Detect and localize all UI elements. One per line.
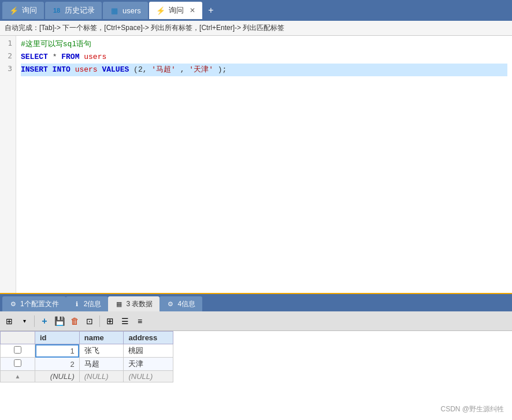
table-view-btn[interactable]: ⊞ [103, 314, 117, 328]
table-users: users [84, 53, 106, 61]
tab-users-label: users [123, 6, 141, 15]
row1-address[interactable]: 桃园 [124, 344, 173, 358]
tab-users-icon: ▦ [110, 6, 119, 15]
table-row-null[interactable]: ▲ (NULL) (NULL) (NULL) [1, 371, 173, 382]
tab-query2-icon: ⚡ [156, 6, 165, 15]
config-icon: ⚙ [9, 300, 17, 308]
row3-id[interactable]: (NULL) [35, 371, 80, 382]
kw-values: VALUES [102, 65, 129, 74]
code-line-3: INSERT INTO users VALUES (2, '马超' , '天津'… [21, 64, 507, 76]
insert-table: users [75, 65, 98, 74]
tab-history-label: 历史记录 [65, 5, 95, 16]
row-view-btn[interactable]: ☰ [118, 314, 132, 328]
line-num-1: 1 [0, 37, 12, 50]
save-btn[interactable]: 💾 [53, 314, 66, 328]
bottom-tab-config-label: 1个配置文件 [20, 299, 59, 309]
tab-query1-label: 询问 [22, 5, 37, 16]
col-name-header[interactable]: name [79, 332, 124, 344]
watermark: CSDN @野生源纠牲 [440, 404, 504, 414]
hint-bar: 自动完成：[Tab]-> 下一个标签，[Ctrl+Space]-> 列出所有标签… [0, 21, 512, 36]
editor-area: 1 2 3 #这里可以写sql语句 SELECT * FROM users IN… [0, 36, 512, 293]
row1-id[interactable]: 1 [35, 344, 80, 358]
row2-address[interactable]: 天津 [124, 358, 173, 371]
tab-query1[interactable]: ⚡ 询问 [2, 2, 44, 19]
tab-query2-label: 询问 [169, 5, 184, 16]
bottom-tab-tabledata-label: 3 表数据 [126, 299, 153, 309]
bottom-tab-config[interactable]: ⚙ 1个配置文件 [2, 296, 66, 311]
toolbar-sep-1 [34, 315, 35, 327]
main-container: ⚡ 询问 18 历史记录 ▦ users ⚡ 询问 ✕ + 自动完成：[Tab]… [0, 0, 512, 420]
code-line-2: SELECT * FROM users [21, 51, 507, 64]
tab-query2-close[interactable]: ✕ [190, 6, 195, 14]
code-line-1: #这里可以写sql语句 [21, 38, 507, 51]
info4-icon: ⚙ [166, 300, 175, 308]
tab-query2[interactable]: ⚡ 询问 ✕ [149, 2, 202, 19]
table-row[interactable]: 1 张飞 桃园 [1, 344, 173, 358]
tabledata-icon: ▦ [115, 300, 123, 308]
val-address: '天津' [189, 65, 213, 74]
text-view-btn[interactable]: ≡ [133, 314, 147, 328]
col-address-header[interactable]: address [124, 332, 173, 344]
bottom-tab-info4-label: 4信息 [177, 299, 195, 309]
hint-text: 自动完成：[Tab]-> 下一个标签，[Ctrl+Space]-> 列出所有标签… [5, 24, 284, 32]
add-tab-button[interactable]: + [203, 3, 218, 18]
tab-query1-icon: ⚡ [9, 6, 18, 15]
add-row-btn[interactable]: + [38, 314, 51, 328]
row2-checkbox[interactable] [1, 358, 35, 371]
kw-from: FROM [61, 53, 79, 61]
data-table: id name address 1 张飞 桃园 [0, 331, 173, 382]
row3-address[interactable]: (NULL) [124, 371, 173, 382]
data-toolbar: ⊞ ▾ + 💾 🗑 ⊡ ⊞ ☰ ≡ [0, 311, 512, 331]
bottom-tabs: ⚙ 1个配置文件 ℹ 2信息 ▦ 3 表数据 ⚙ 4信息 [0, 294, 512, 311]
val-name: '马超' [151, 65, 176, 74]
kw-select: SELECT [21, 53, 48, 61]
line-numbers: 1 2 3 [0, 36, 16, 293]
row3-name[interactable]: (NULL) [79, 371, 124, 382]
tab-users[interactable]: ▦ users [103, 2, 148, 19]
grid-view-btn[interactable]: ⊞ [2, 314, 16, 328]
bottom-tab-info2-label: 2信息 [84, 299, 102, 309]
table-row[interactable]: 2 马超 天津 [1, 358, 173, 371]
row2-id[interactable]: 2 [35, 358, 80, 371]
code-editor[interactable]: #这里可以写sql语句 SELECT * FROM users INSERT I… [16, 36, 512, 293]
dropdown-btn[interactable]: ▾ [17, 314, 31, 328]
row1-name[interactable]: 张飞 [79, 344, 124, 358]
row3-indicator: ▲ [1, 371, 35, 382]
info2-icon: ℹ [73, 300, 81, 308]
data-table-container[interactable]: id name address 1 张飞 桃园 [0, 331, 512, 420]
row2-name[interactable]: 马超 [79, 358, 124, 371]
bottom-tab-tabledata[interactable]: ▦ 3 表数据 [108, 296, 159, 311]
line-num-2: 2 [0, 50, 12, 62]
tab-history-icon: 18 [52, 6, 61, 15]
bottom-tab-info2[interactable]: ℹ 2信息 [66, 296, 109, 311]
line-num-3: 3 [0, 62, 12, 75]
col-id-header[interactable]: id [35, 332, 80, 344]
kw-insert: INSERT INTO [21, 65, 71, 74]
bottom-panel: ⚙ 1个配置文件 ℹ 2信息 ▦ 3 表数据 ⚙ 4信息 ⊞ ▾ + 💾 🗑 [0, 293, 512, 420]
options-btn[interactable]: ⊡ [83, 314, 97, 328]
tab-bar: ⚡ 询问 18 历史记录 ▦ users ⚡ 询问 ✕ + [0, 0, 512, 21]
delete-row-btn[interactable]: 🗑 [68, 314, 81, 328]
bottom-tab-info4[interactable]: ⚙ 4信息 [159, 296, 202, 311]
toolbar-sep-2 [99, 315, 100, 327]
tab-history[interactable]: 18 历史记录 [45, 2, 102, 19]
row1-checkbox[interactable] [1, 344, 35, 358]
col-checkbox-header [1, 332, 35, 344]
